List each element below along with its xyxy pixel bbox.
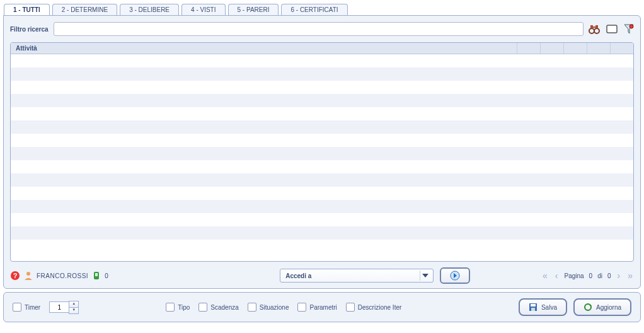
save-floppy-icon: [529, 303, 538, 312]
cb-scadenza[interactable]: Scadenza: [198, 303, 238, 312]
col-header-1[interactable]: [517, 43, 541, 54]
pager-prefix: Pagina: [564, 272, 584, 279]
phone-icon[interactable]: [92, 271, 101, 280]
filter-funnel-icon[interactable]: [624, 24, 634, 34]
table-row[interactable]: [11, 107, 633, 120]
table-row[interactable]: [11, 187, 633, 200]
pager-current: 0: [589, 272, 593, 279]
clear-icon[interactable]: [606, 25, 618, 33]
svg-point-0: [589, 28, 594, 33]
svg-point-1: [594, 28, 599, 33]
cb-parametri[interactable]: Parametri: [297, 303, 336, 312]
col-header-4[interactable]: [587, 43, 611, 54]
status-bar: ? FRANCO.ROSSI 0 Accedi a: [10, 267, 634, 284]
checkbox-icon: [248, 303, 256, 312]
checkbox-icon: [13, 303, 21, 312]
bottom-toolbar: Timer ▲ ▼ Tipo Scadenza Situazione Param…: [3, 292, 641, 322]
spinner-down-icon[interactable]: ▼: [69, 307, 79, 314]
timer-label: Timer: [25, 304, 40, 311]
filter-row: Filtro ricerca: [10, 22, 634, 36]
table-row[interactable]: [11, 54, 633, 67]
table-row[interactable]: [11, 226, 633, 240]
checkbox-icon: [198, 303, 207, 312]
checkbox-icon: [166, 303, 175, 312]
pager-prev[interactable]: ‹: [554, 271, 560, 281]
user-name: FRANCO.ROSSI: [37, 272, 88, 279]
table-row[interactable]: [11, 120, 633, 134]
tab-bar: 1 - TUTTI 2 - DETERMINE 3 - DELIBERE 4 -…: [0, 0, 644, 15]
cb-tipo-label: Tipo: [178, 304, 190, 311]
cb-situazione[interactable]: Situazione: [248, 303, 289, 312]
tab-delibere[interactable]: 3 - DELIBERE: [120, 4, 179, 15]
help-icon[interactable]: ?: [10, 271, 20, 281]
svg-text:?: ?: [13, 272, 18, 279]
cb-tipo[interactable]: Tipo: [166, 303, 190, 312]
accedi-a-label: Accedi a: [285, 272, 311, 279]
table-row[interactable]: [11, 240, 633, 253]
save-button-label: Salva: [541, 304, 557, 311]
table-row[interactable]: [11, 81, 633, 94]
accedi-a-dropdown[interactable]: Accedi a: [280, 269, 434, 283]
svg-rect-11: [95, 273, 98, 276]
user-icon[interactable]: [24, 271, 33, 280]
grid-body[interactable]: [11, 54, 633, 261]
cb-descr-iter[interactable]: Descrizione Iter: [346, 303, 401, 312]
pager-first[interactable]: «: [541, 271, 549, 281]
filter-input[interactable]: [54, 22, 584, 36]
timer-checkbox[interactable]: Timer: [13, 303, 40, 312]
svg-rect-4: [593, 26, 595, 28]
refresh-button[interactable]: Aggiorna: [573, 298, 631, 316]
save-button[interactable]: Salva: [519, 298, 567, 316]
svg-rect-15: [531, 308, 535, 311]
table-row[interactable]: [11, 147, 633, 160]
table-row[interactable]: [11, 67, 633, 81]
col-header-attivita[interactable]: Attività: [11, 43, 517, 54]
main-panel: Filtro ricerca: [3, 15, 641, 289]
table-row[interactable]: [11, 200, 633, 213]
cb-descr-iter-label: Descrizione Iter: [358, 304, 401, 311]
timer-value[interactable]: [49, 301, 69, 313]
timer-spinner[interactable]: ▲ ▼: [49, 301, 79, 314]
tab-tutti[interactable]: 1 - TUTTI: [4, 4, 50, 15]
status-counter: 0: [105, 272, 108, 279]
checkbox-icon: [346, 303, 355, 312]
search-binoculars-icon[interactable]: [589, 24, 600, 34]
refresh-icon: [584, 303, 592, 312]
checkbox-icon: [297, 303, 306, 312]
grid-header: Attività: [11, 43, 633, 54]
table-row[interactable]: [11, 160, 633, 173]
svg-rect-2: [590, 25, 593, 28]
chevron-down-icon: [420, 271, 430, 281]
svg-rect-5: [607, 25, 617, 33]
pager-next[interactable]: ›: [616, 271, 622, 281]
svg-rect-3: [595, 25, 598, 28]
table-row[interactable]: [11, 173, 633, 187]
pager-last[interactable]: »: [626, 271, 634, 281]
col-header-5[interactable]: [611, 43, 633, 54]
col-header-3[interactable]: [564, 43, 587, 54]
go-arrow-icon: [450, 271, 460, 281]
col-header-2[interactable]: [541, 43, 564, 54]
svg-point-9: [26, 272, 30, 276]
tab-pareri[interactable]: 5 - PARERI: [228, 4, 279, 15]
cb-parametri-label: Parametri: [309, 304, 336, 311]
go-button[interactable]: [440, 267, 470, 284]
filter-label: Filtro ricerca: [10, 26, 49, 33]
cb-situazione-label: Situazione: [260, 304, 289, 311]
tab-visti[interactable]: 4 - VISTI: [181, 4, 225, 15]
table-row[interactable]: [11, 134, 633, 147]
svg-rect-14: [531, 304, 536, 307]
pager-sep: di: [597, 272, 602, 279]
refresh-button-label: Aggiorna: [596, 304, 621, 311]
tab-certificati[interactable]: 6 - CERTIFICATI: [281, 4, 347, 15]
activity-grid: Attività: [10, 42, 634, 262]
table-row[interactable]: [11, 213, 633, 226]
spinner-up-icon[interactable]: ▲: [69, 301, 79, 307]
pager-total: 0: [607, 272, 611, 279]
pager: « ‹ Pagina 0 di 0 › »: [541, 271, 634, 281]
svg-point-6: [630, 25, 633, 28]
table-row[interactable]: [11, 94, 633, 107]
cb-scadenza-label: Scadenza: [210, 304, 238, 311]
tab-determine[interactable]: 2 - DETERMINE: [52, 4, 117, 15]
